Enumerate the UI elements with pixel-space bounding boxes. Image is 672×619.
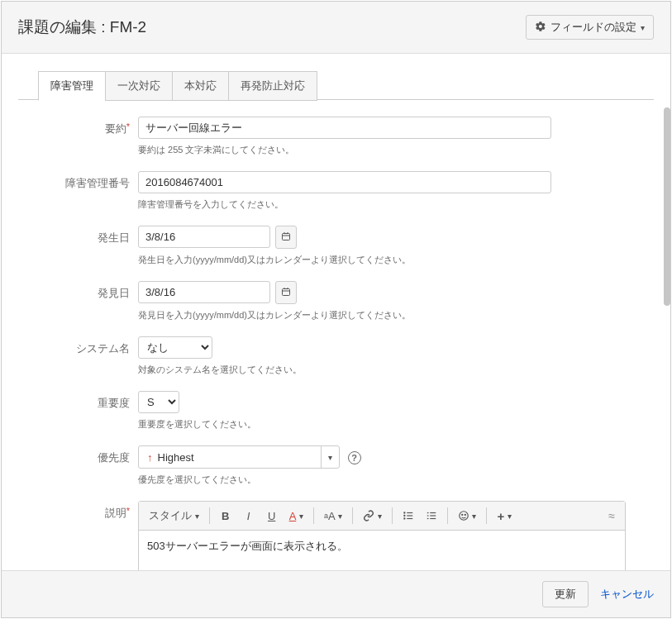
scrollbar-thumb[interactable] <box>664 107 670 306</box>
priority-highest-icon: ↑ <box>147 451 153 464</box>
caret-down-icon: ▾ <box>472 512 476 521</box>
rich-text-editor: スタイル ▾ B I U A ▾ aA ▾ ▾ <box>138 501 626 570</box>
help-system: 対象のシステム名を選択してください。 <box>138 364 654 376</box>
help-severity: 重要度を選択してください。 <box>138 418 654 431</box>
calendar-icon <box>281 287 291 299</box>
rte-insert-button[interactable]: + ▾ <box>492 505 516 526</box>
svg-point-10 <box>403 515 405 517</box>
rte-numbered-list-button[interactable] <box>421 505 442 526</box>
svg-point-20 <box>460 512 469 521</box>
discovered-date-input[interactable] <box>138 281 270 303</box>
edit-issue-dialog: 課題の編集 : FM-2 フィールドの設定 ▾ 障害管理 一次対応 本対応 再発… <box>1 1 671 618</box>
svg-rect-15 <box>430 512 436 513</box>
priority-select[interactable]: ↑ Highest ▾ <box>138 445 340 469</box>
separator <box>486 507 487 524</box>
label-incident-no: 障害管理番号 <box>18 171 138 191</box>
priority-dropdown-toggle[interactable]: ▾ <box>321 446 339 468</box>
svg-rect-4 <box>283 288 290 295</box>
label-description: 説明* <box>18 501 138 521</box>
svg-rect-0 <box>283 233 290 240</box>
row-system: システム名 なし 対象のシステム名を選択してください。 <box>18 336 654 376</box>
caret-down-icon: ▾ <box>338 512 342 521</box>
rte-style-dropdown[interactable]: スタイル ▾ <box>144 505 204 526</box>
rte-italic-button[interactable]: I <box>238 505 260 526</box>
rte-emoji-button[interactable]: ▾ <box>453 505 482 526</box>
separator <box>313 507 314 524</box>
rte-toolbar: スタイル ▾ B I U A ▾ aA ▾ ▾ <box>139 502 625 531</box>
calendar-icon <box>281 231 291 244</box>
severity-select[interactable]: S <box>138 391 179 413</box>
tab-primary-response[interactable]: 一次対応 <box>105 71 173 101</box>
rte-text-color-button[interactable]: A ▾ <box>284 505 308 526</box>
tab-main-response[interactable]: 本対応 <box>172 71 229 101</box>
rte-expand-button[interactable]: ≈ <box>603 509 620 522</box>
separator <box>352 507 353 524</box>
field-config-button[interactable]: フィールドの設定 ▾ <box>526 15 654 40</box>
required-mark: * <box>126 506 130 516</box>
tab-incident-mgmt[interactable]: 障害管理 <box>38 71 106 101</box>
rte-underline-button[interactable]: U <box>261 505 283 526</box>
row-priority: 優先度 ↑ Highest ▾ ? 優先度を選択してください。 <box>18 445 654 486</box>
svg-point-12 <box>403 517 405 519</box>
caret-down-icon: ▾ <box>195 512 199 521</box>
separator <box>209 507 210 524</box>
svg-rect-18 <box>427 518 429 519</box>
tabs: 障害管理 一次対応 本対応 再発防止対応 <box>38 71 654 101</box>
rte-link-button[interactable]: ▾ <box>358 505 387 526</box>
tab-prevention[interactable]: 再発防止対応 <box>228 71 317 101</box>
field-config-label: フィールドの設定 <box>550 20 636 35</box>
svg-rect-13 <box>407 518 412 519</box>
submit-button[interactable]: 更新 <box>542 581 589 607</box>
label-occurred: 発生日 <box>18 226 138 245</box>
priority-value: Highest <box>158 451 194 464</box>
discovered-calendar-button[interactable] <box>275 281 297 304</box>
dialog-title: 課題の編集 : FM-2 <box>18 17 146 38</box>
row-discovered: 発見日 発見日を入力(yyyy/mm/dd)又はカレンダーより選択してください。 <box>18 281 654 321</box>
dialog-header: 課題の編集 : FM-2 フィールドの設定 ▾ <box>2 2 670 54</box>
row-severity: 重要度 S 重要度を選択してください。 <box>18 391 654 431</box>
help-priority: 優先度を選択してください。 <box>138 474 654 486</box>
svg-point-8 <box>403 512 405 513</box>
occurred-calendar-button[interactable] <box>275 226 297 249</box>
svg-rect-14 <box>427 512 429 513</box>
occurred-date-input[interactable] <box>138 226 270 248</box>
svg-rect-9 <box>407 512 412 513</box>
svg-rect-11 <box>407 515 412 516</box>
row-incident-no: 障害管理番号 障害管理番号を入力してください。 <box>18 171 654 211</box>
row-description: 説明* スタイル ▾ B I U A ▾ aA ▾ <box>18 501 654 570</box>
dialog-body: 障害管理 一次対応 本対応 再発防止対応 要約* 要約は 255 文字未満にして… <box>2 54 670 570</box>
svg-rect-19 <box>430 518 436 519</box>
svg-point-22 <box>465 514 465 515</box>
help-incident-no: 障害管理番号を入力してください。 <box>138 198 654 211</box>
dialog-footer: 更新 キャンセル <box>2 570 670 617</box>
cancel-link[interactable]: キャンセル <box>600 587 654 602</box>
help-occurred: 発生日を入力(yyyy/mm/dd)又はカレンダーより選択してください。 <box>138 254 654 266</box>
help-discovered: 発見日を入力(yyyy/mm/dd)又はカレンダーより選択してください。 <box>138 309 654 321</box>
incident-no-input[interactable] <box>138 171 551 193</box>
caret-down-icon: ▾ <box>299 512 303 521</box>
label-summary: 要約* <box>18 117 138 136</box>
caret-down-icon: ▾ <box>378 512 382 521</box>
rte-bullet-list-button[interactable] <box>398 505 419 526</box>
separator <box>447 507 448 524</box>
separator <box>392 507 393 524</box>
svg-rect-17 <box>430 515 436 516</box>
svg-point-21 <box>462 514 463 515</box>
label-system: システム名 <box>18 336 138 356</box>
caret-down-icon: ▾ <box>641 23 645 32</box>
gear-icon <box>535 21 546 35</box>
system-select[interactable]: なし <box>138 336 212 359</box>
label-discovered: 発見日 <box>18 281 138 301</box>
rte-sizing-button[interactable]: aA ▾ <box>319 505 347 526</box>
caret-down-icon: ▾ <box>508 512 512 521</box>
summary-input[interactable] <box>138 117 551 139</box>
priority-help-icon[interactable]: ? <box>348 451 361 464</box>
rte-bold-button[interactable]: B <box>215 505 236 526</box>
required-mark: * <box>126 121 130 131</box>
row-summary: 要約* 要約は 255 文字未満にしてください。 <box>18 117 654 156</box>
svg-rect-16 <box>427 515 429 516</box>
help-summary: 要約は 255 文字未満にしてください。 <box>138 144 654 156</box>
row-occurred: 発生日 発生日を入力(yyyy/mm/dd)又はカレンダーより選択してください。 <box>18 226 654 266</box>
description-textarea[interactable]: 503サーバーエラーが画面に表示される。 <box>139 531 625 570</box>
label-priority: 優先度 <box>18 445 138 465</box>
